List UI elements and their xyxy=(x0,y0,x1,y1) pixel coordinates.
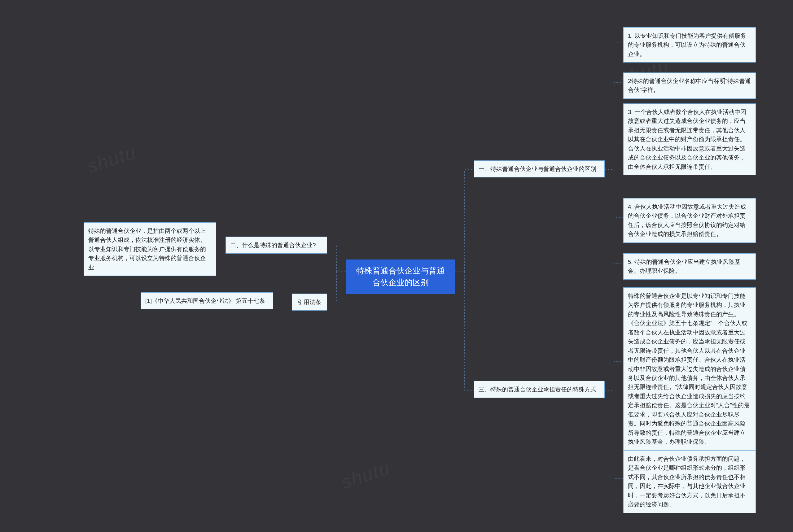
branch-1-leaf-5[interactable]: 5. 特殊的普通合伙企业应当建立执业风险基金、办理职业保险。 xyxy=(623,253,756,280)
branch-ref-leaf[interactable]: [1]《中华人民共和国合伙企业法》 第五十七条 xyxy=(140,292,273,309)
branch-2[interactable]: 二、什么是特殊的普通合伙企业? xyxy=(226,236,327,253)
branch-3-leaf-2-text: 由此看来，对合伙企业债务承担方面的问题，是看合伙企业是哪种组织形式来分的，组织形… xyxy=(628,456,745,508)
branch-3-leaf-1-text: 特殊的普通合伙企业是以专业知识和专门技能为客户提供有偿服务的专业服务机构，其执业… xyxy=(628,292,750,445)
root-title-line2: 合伙企业的区别 xyxy=(372,278,429,287)
branch-1[interactable]: 一、特殊普通合伙企业与普通合伙企业的区别 xyxy=(474,160,605,177)
root-title-line1: 特殊普通合伙企业与普通 xyxy=(356,266,445,275)
mindmap-canvas: shutu shutu shutu shutu 特殊普通合伙企业与普通 合伙企业… xyxy=(0,0,793,532)
branch-2-leaf-text: 特殊的普通合伙企业，是指由两个或两个以上普通合伙人组成，依法核准注册的经济实体。… xyxy=(88,228,206,271)
branch-1-leaf-3[interactable]: 3. 一个合伙人或者数个合伙人在执业活动中因故意或者重大过失造成合伙企业债务的，… xyxy=(623,103,756,175)
branch-3-leaf-2[interactable]: 由此看来，对合伙企业债务承担方面的问题，是看合伙企业是哪种组织形式来分的，组织形… xyxy=(623,450,756,513)
branch-1-leaf-3-text: 3. 一个合伙人或者数个合伙人在执业活动中因故意或者重大过失造成合伙企业债务的，… xyxy=(628,109,746,170)
branch-3-label: 三、特殊的普通合伙企业承担责任的特殊方式 xyxy=(478,386,596,393)
branch-1-leaf-1-text: 1. 以专业知识和专门技能为客户提供有偿服务的专业服务机构，可以设立为特殊的普通… xyxy=(628,33,746,57)
branch-2-label: 二、什么是特殊的普通合伙企业? xyxy=(230,242,316,248)
branch-1-leaf-2-text: 2特殊的普通合伙企业名称中应当标明“特殊普通合伙”字样。 xyxy=(628,78,751,93)
root-node[interactable]: 特殊普通合伙企业与普通 合伙企业的区别 xyxy=(346,260,455,294)
branch-1-leaf-5-text: 5. 特殊的普通合伙企业应当建立执业风险基金、办理职业保险。 xyxy=(628,259,740,274)
branch-ref[interactable]: 引用法条 xyxy=(292,293,327,310)
branch-ref-leaf-text: [1]《中华人民共和国合伙企业法》 第五十七条 xyxy=(145,298,265,304)
branch-2-leaf[interactable]: 特殊的普通合伙企业，是指由两个或两个以上普通合伙人组成，依法核准注册的经济实体。… xyxy=(83,222,216,276)
branch-1-leaf-4[interactable]: 4. 合伙人执业活动中因故意或者重大过失造成的合伙企业债务，以合伙企业财产对外承… xyxy=(623,198,756,243)
branch-3-leaf-1[interactable]: 特殊的普通合伙企业是以专业知识和专门技能为客户提供有偿服务的专业服务机构，其执业… xyxy=(623,287,756,450)
branch-1-leaf-1[interactable]: 1. 以专业知识和专门技能为客户提供有偿服务的专业服务机构，可以设立为特殊的普通… xyxy=(623,27,756,62)
branch-3[interactable]: 三、特殊的普通合伙企业承担责任的特殊方式 xyxy=(474,381,605,398)
branch-1-leaf-4-text: 4. 合伙人执业活动中因故意或者重大过失造成的合伙企业债务，以合伙企业财产对外承… xyxy=(628,204,746,237)
watermark: shutu xyxy=(339,457,393,493)
branch-1-leaf-2[interactable]: 2特殊的普通合伙企业名称中应当标明“特殊普通合伙”字样。 xyxy=(623,73,756,99)
watermark: shutu xyxy=(84,141,139,177)
branch-1-label: 一、特殊普通合伙企业与普通合伙企业的区别 xyxy=(478,166,596,172)
branch-ref-label: 引用法条 xyxy=(298,299,321,305)
